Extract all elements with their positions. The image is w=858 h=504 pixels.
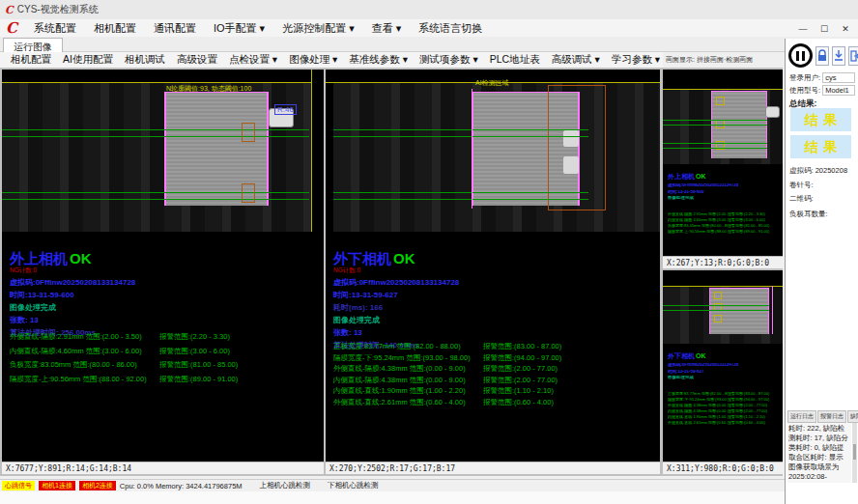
- measurement-row: 内侧直线-隔膜:4.38mm 范围:(0.00 - 9.00)报警范围:(2.0…: [333, 369, 652, 380]
- process-status-label: 图像处理完成: [333, 317, 643, 324]
- measure-line-green: [333, 192, 588, 193]
- qr-code-label: 二维码:: [789, 194, 814, 204]
- measurement-row: 隔膜宽度-下:95.24mm 范围:(93.00 - 98.00)报警范围:(9…: [333, 347, 652, 358]
- camera-title: 外上相机: [668, 173, 695, 180]
- pixel-coords-lower: X:270;Y:2502;R:17;G:17;B:17: [326, 462, 660, 474]
- measure-line-green: [663, 120, 767, 121]
- pixel-coords-upper: X:7677;Y:891;R:14;G:14;B:14: [2, 462, 324, 474]
- detect-box-yellow: [716, 97, 725, 105]
- virtual-code-label: 虚拟码:: [789, 166, 814, 175]
- detect-box-orange: [242, 183, 255, 203]
- app-window: C CYS-视觉检测系统 C 系统配置 相机配置 通讯配置 IO手配置 ▾ 光源…: [0, 0, 858, 504]
- measure-line-green: [663, 305, 769, 306]
- model-label: 使用型号:: [789, 86, 820, 95]
- camera-view-upper[interactable]: N轮廓阈值:93, 动态阈值:100 R:46 外上相机OK NG计数:0 虚拟…: [2, 70, 324, 462]
- brand-logo-icon: C: [6, 19, 17, 37]
- log-scrollbar-thumb[interactable]: [853, 444, 856, 460]
- measure-line-green: [663, 143, 767, 144]
- measurement-row: 内侧直线-隔膜:4.60mm 范围:(3.00 - 6.00)报警范围:(3.0…: [10, 340, 324, 354]
- barcode-label: 虚拟码:0Fffinw20250208133134728: [668, 363, 780, 368]
- status-bar: 心跳信号 相机1连接 相机2连接 Cpu: 0.0% Memory: 3424.…: [0, 479, 785, 491]
- close-button[interactable]: ✕: [835, 22, 856, 34]
- virtual-code-row: 虚拟码: 20250208: [789, 166, 847, 176]
- login-user-value: cys: [822, 72, 855, 83]
- mini-measurement-rows: 正极宽度:83.77mm 范围:(82.00 - 88.00)报警范围:(83.…: [668, 383, 780, 418]
- camera-view-lower[interactable]: AI检测区域 外下相机OK NG计数:0 虚拟码:0Fffinw20250208…: [326, 70, 660, 462]
- guide-line-yellow: [663, 286, 783, 287]
- menu-light-config[interactable]: 光源控制配置 ▾: [273, 20, 363, 37]
- thumbnail-header: 画面显示: 拼接画面·检测画面: [663, 52, 783, 68]
- result-ok-label: OK: [696, 352, 706, 359]
- process-status-label: 图像处理完成: [668, 376, 780, 380]
- thumbnail-view-lower[interactable]: 外下相机OK 虚拟码:0Fffinw20250208133134728 时间:1…: [663, 270, 783, 462]
- time-label: 时间:13-31-59-627: [668, 370, 780, 375]
- tool-test-params[interactable]: 测试项参数 ▾: [414, 53, 484, 67]
- guide-line-yellow-vertical: [311, 70, 312, 232]
- measurement-value: 隔膜宽度-上:90.56mm 范围:(88.00 - 92.00): [10, 375, 159, 384]
- barcode-label: 虚拟码:0Fffinw20250208133134728: [668, 183, 780, 188]
- lock-camera-button[interactable]: [815, 46, 829, 66]
- tool-spot-check[interactable]: 点检设置 ▾: [223, 53, 283, 67]
- measurement-value: 外侧直线-直线:2.61mm 范围:(0.60 - 4.00): [333, 398, 483, 407]
- pause-button[interactable]: [788, 43, 813, 68]
- lock-icon: [817, 49, 827, 63]
- exit-button[interactable]: [848, 46, 858, 66]
- measure-line-green: [333, 136, 588, 137]
- camera1-connect-badge: 相机1连接: [39, 481, 75, 490]
- cpu-memory-label: Cpu: 0.0% Memory: 3424.41796875M: [120, 482, 243, 490]
- menu-io-config[interactable]: IO手配置 ▾: [205, 20, 273, 37]
- menu-camera-config[interactable]: 相机配置: [85, 20, 145, 37]
- barcode-label: 虚拟码:0Fffinw20250208133134728: [333, 279, 643, 287]
- tool-baseline-params[interactable]: 基准线参数 ▾: [343, 53, 414, 67]
- edge-line-pink: [472, 89, 472, 209]
- measurement-row: 负极宽度:83.05mm 范围:(80.00 - 86.00)报警范围:(81.…: [10, 353, 324, 368]
- menu-view[interactable]: 查看 ▾: [363, 20, 411, 37]
- menu-comm-config[interactable]: 通讯配置: [145, 20, 205, 37]
- threshold-overlay-label: N轮廓阈值:93, 动态阈值:100: [166, 84, 251, 94]
- upper-camera-heartbeat-label: 上相机心跳检测: [260, 481, 311, 490]
- tool-plc-address-table[interactable]: PLC地址表: [484, 53, 546, 67]
- tool-camera-config[interactable]: 相机配置: [5, 53, 57, 67]
- pause-icon: [796, 51, 799, 61]
- menu-bar: C 系统配置 相机配置 通讯配置 IO手配置 ▾ 光源控制配置 ▾ 查看 ▾ 系…: [0, 19, 858, 37]
- tab-bar: 运行图像: [0, 37, 858, 52]
- result-box-upper: 结果: [790, 108, 851, 131]
- login-user-row: 登录用户: cys: [789, 72, 855, 83]
- camera-title: 外下相机: [333, 251, 391, 266]
- detect-box-yellow: [714, 292, 722, 299]
- minimize-button[interactable]: —: [792, 22, 814, 34]
- measurement-row: 外侧直线-直线:2.61mm 范围:(0.60 - 4.00)报警范围:(0.6…: [333, 391, 652, 403]
- maximize-button[interactable]: ☐: [814, 22, 835, 34]
- log-text: 耗时: 222, 缺陷检测耗时: 17, 缺陷分类耗时: 0, 缺陷提取合区耗时…: [787, 423, 851, 483]
- measurement-row: 正极宽度:83.77mm 范围:(82.00 - 88.00)报警范围:(83.…: [333, 335, 652, 347]
- tool-camera-debug[interactable]: 相机调试: [119, 53, 171, 67]
- window-title: CYS-视觉检测系统: [17, 3, 99, 16]
- tool-advanced-debug[interactable]: 高级调试 ▾: [546, 53, 606, 67]
- log-tab-run[interactable]: 运行日志: [787, 410, 816, 423]
- exit-icon: [850, 49, 858, 63]
- connector-blob: [765, 106, 780, 118]
- tab-blob: [563, 130, 579, 147]
- measure-line-green: [663, 148, 767, 149]
- measure-line-green: [2, 199, 309, 200]
- login-user-label: 登录用户:: [789, 73, 820, 82]
- measurement-row: 内侧直线-直线:1.90mm 范围:(1.00 - 2.20)报警范围:(1.1…: [333, 379, 652, 391]
- download-icon: [834, 49, 844, 63]
- measurement-rows-lower: 正极宽度:83.77mm 范围:(82.00 - 88.00)报警范围:(83.…: [333, 335, 652, 403]
- log-tab-defect[interactable]: 缺陷日志: [847, 410, 858, 423]
- tool-advanced-settings[interactable]: 高级设置: [171, 53, 223, 67]
- tool-ai-usage-config[interactable]: AI使用配置: [57, 53, 119, 67]
- thumbnail-header-label: 画面显示: 拼接画面·检测画面: [666, 55, 753, 65]
- log-tab-alarm[interactable]: 报警日志: [817, 410, 846, 423]
- measure-line-green: [2, 129, 309, 130]
- measure-line-green: [333, 129, 588, 130]
- frame-count-label: 张数: 13: [10, 317, 319, 324]
- mini-result-text-upper: 外上相机OK 虚拟码:0Fffinw20250208133134728 时间:1…: [668, 166, 780, 227]
- menu-language-switch[interactable]: 系统语言切换: [410, 20, 491, 37]
- save-image-button[interactable]: [832, 46, 845, 66]
- menu-system-config[interactable]: 系统配置: [25, 20, 85, 37]
- thumbnail-view-upper[interactable]: 外上相机OK 虚拟码:0Fffinw20250208133134728 时间:1…: [663, 70, 783, 256]
- tool-image-processing[interactable]: 图像处理 ▾: [283, 53, 343, 67]
- tool-learning-params[interactable]: 学习参数 ▾: [606, 53, 666, 67]
- mini-result-text-lower: 外下相机OK 虚拟码:0Fffinw20250208133134728 时间:1…: [668, 346, 780, 418]
